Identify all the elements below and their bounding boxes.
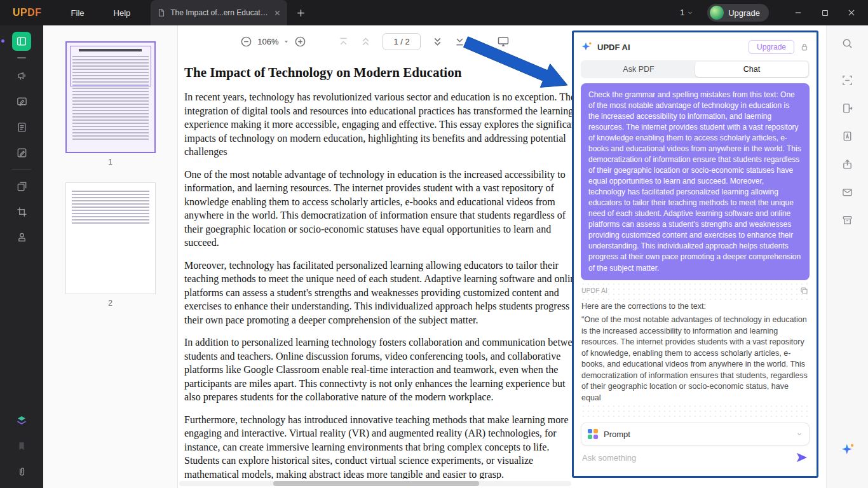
thumbnail-panel-icon[interactable] <box>12 32 31 51</box>
thumbnail-panel: 1 2 <box>43 25 178 488</box>
tab-close-icon[interactable] <box>274 10 281 17</box>
export-doc-icon[interactable] <box>835 95 860 121</box>
page-thumbnail-1[interactable] <box>65 41 156 153</box>
right-toolbar-rail <box>826 25 868 488</box>
ai-tab-bar: Ask PDF Chat <box>581 60 810 78</box>
tab-document-icon <box>157 8 166 17</box>
thumb-text-lines <box>72 191 149 224</box>
chevron-down-icon <box>687 10 693 16</box>
upgrade-button[interactable]: Upgrade <box>707 4 769 22</box>
share-icon[interactable] <box>835 151 860 177</box>
crop-icon[interactable] <box>9 199 34 224</box>
organize-pages-icon[interactable] <box>9 173 34 199</box>
ask-input-row <box>581 445 810 470</box>
zoom-level: 106% <box>257 37 278 46</box>
page-first-icon[interactable] <box>338 36 349 47</box>
page-next-icon[interactable] <box>432 36 443 47</box>
ai-panel-header: UPDF AI Upgrade <box>581 37 810 57</box>
horizontal-scrollbar-thumb[interactable] <box>273 481 479 486</box>
minimize-button[interactable] <box>792 6 804 19</box>
comment-icon[interactable] <box>9 89 34 114</box>
presentation-icon[interactable] <box>497 35 510 48</box>
bookmark-icon[interactable] <box>9 433 34 459</box>
ai-panel-footer: Prompt <box>581 417 810 470</box>
reader-icon[interactable] <box>9 114 34 140</box>
left-toolbar-rail <box>0 25 43 488</box>
upgrade-label: Upgrade <box>728 8 760 18</box>
menu-help[interactable]: Help <box>114 8 131 18</box>
document-toolbar: 106% 1 / 2 <box>178 25 572 57</box>
prompt-selector[interactable]: Prompt <box>581 423 810 445</box>
ocr-icon[interactable] <box>835 67 860 93</box>
tab-chat[interactable]: Chat <box>695 62 808 77</box>
page-2-label: 2 <box>108 299 112 308</box>
ai-upgrade-button[interactable]: Upgrade <box>749 40 794 54</box>
page-1-label: 1 <box>108 158 112 166</box>
active-panel-indicator-dot <box>1 39 4 43</box>
user-message-bubble: Check the grammar and spelling mistakes … <box>581 83 810 280</box>
zoom-dropdown-caret[interactable] <box>283 39 289 44</box>
edit-icon[interactable] <box>9 140 34 165</box>
send-icon[interactable] <box>796 452 808 463</box>
updf-logo: UPDF <box>13 7 42 18</box>
visible-area-rect[interactable] <box>70 46 151 86</box>
page-last-icon[interactable] <box>454 36 465 47</box>
horizontal-scrollbar[interactable] <box>179 481 571 486</box>
close-button[interactable] <box>845 6 858 19</box>
window-count-dropdown[interactable]: 1 <box>680 8 693 17</box>
updf-app-window: UPDF File Help The Impact of...ern Educa… <box>0 0 868 488</box>
zoom-in-icon[interactable] <box>294 36 306 48</box>
lock-icon <box>799 42 810 52</box>
collapse-handle[interactable] <box>17 57 26 58</box>
mail-icon[interactable] <box>835 179 860 205</box>
prompt-label: Prompt <box>604 430 790 439</box>
tab-title: The Impact of...ern Educatio1 <box>170 8 269 17</box>
layers-icon[interactable] <box>9 408 34 433</box>
new-tab-button[interactable] <box>296 8 306 18</box>
text-recognize-icon[interactable] <box>835 123 860 149</box>
tab-ask-pdf[interactable]: Ask PDF <box>582 62 695 77</box>
ai-response-intro: Here are the corrections to the text: <box>581 301 809 313</box>
page-prev-icon[interactable] <box>360 36 371 47</box>
window-controls <box>792 6 858 19</box>
announce-icon[interactable] <box>9 64 34 89</box>
prompt-caret-icon <box>796 431 803 437</box>
chat-message-list[interactable]: Check the grammar and spelling mistakes … <box>581 83 810 417</box>
prompt-grid-icon <box>588 429 598 439</box>
menu-file[interactable]: File <box>71 8 85 18</box>
archive-icon[interactable] <box>835 207 860 233</box>
ai-response-body: "One of the most notable advantages of t… <box>581 315 809 403</box>
search-icon[interactable] <box>835 30 860 56</box>
updf-ai-icon[interactable] <box>835 437 860 463</box>
ai-response-label: UPDF AI <box>581 287 607 294</box>
stamp-icon[interactable] <box>9 224 34 250</box>
maximize-button[interactable] <box>818 6 831 19</box>
attachment-icon[interactable] <box>9 459 34 484</box>
updf-ai-logo-icon <box>581 41 592 53</box>
avatar <box>710 6 724 20</box>
titlebar: UPDF File Help The Impact of...ern Educa… <box>0 0 868 25</box>
ask-input[interactable] <box>582 453 790 463</box>
document-tab[interactable]: The Impact of...ern Educatio1 <box>151 0 287 25</box>
page-thumbnail-2[interactable] <box>65 182 156 294</box>
ai-panel-title: UPDF AI <box>597 43 743 52</box>
window-count: 1 <box>680 8 684 17</box>
ai-response-message: Here are the corrections to the text: "O… <box>581 300 810 404</box>
page-indicator[interactable]: 1 / 2 <box>383 33 420 50</box>
updf-ai-panel: UPDF AI Upgrade Ask PDF Chat Check the g… <box>572 30 818 478</box>
copy-icon[interactable] <box>799 286 809 295</box>
rail-divider <box>12 169 31 170</box>
zoom-out-icon[interactable] <box>240 36 252 48</box>
